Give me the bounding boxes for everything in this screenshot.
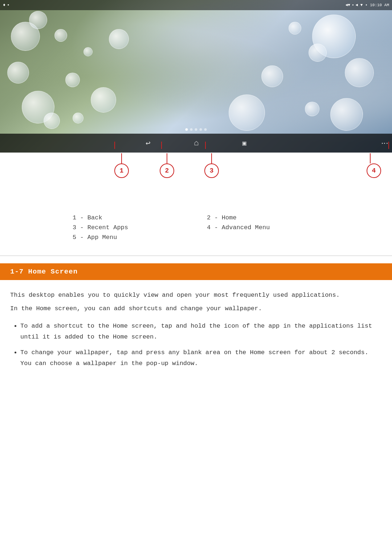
- annotation-menu-line: [388, 142, 389, 149]
- annotation-circle-2: 2: [160, 163, 174, 178]
- back-button[interactable]: ↩: [146, 138, 150, 148]
- time: ◄ ▼ ▪ 10:10 AM: [356, 3, 389, 7]
- dot-3: [195, 128, 197, 131]
- label-recent-apps: 3 - Recent Apps: [73, 224, 185, 231]
- annotation-labels-area: 1 - Back 2 - Home 3 - Recent Apps 4 - Ad…: [0, 211, 392, 248]
- label-back: 1 - Back: [73, 214, 185, 221]
- annotation-label-2: 2: [165, 167, 169, 174]
- annotation-label-1: 1: [120, 167, 124, 174]
- annotation-circle-1: 1: [114, 163, 129, 178]
- section-header-text: 1-7 Home Screen: [10, 268, 78, 276]
- annotation-circle-4: 4: [367, 163, 381, 178]
- wallpaper-area: ♦ ▪ ◄▼ ▪ ◄ ▼ ▪ 10:10 AM ↩ ⌂: [0, 0, 392, 153]
- status-left-icons: ♦ ▪: [3, 3, 9, 8]
- dot-5: [204, 128, 207, 131]
- dot-2: [190, 128, 193, 131]
- paragraph-2: In the Home screen, you can add shortcut…: [10, 304, 382, 314]
- annotation-circle-3: 3: [204, 163, 219, 178]
- annotation-home-line: [161, 142, 162, 149]
- navigation-bar: ↩ ⌂ ▣: [0, 134, 392, 153]
- annotation-lines-svg: [0, 153, 392, 211]
- signal-icon: ◄▼: [346, 3, 350, 7]
- status-bar: ♦ ▪ ◄▼ ▪ ◄ ▼ ▪ 10:10 AM: [0, 0, 392, 10]
- notification-icon: ▪: [7, 3, 9, 8]
- bullet-item-1: To add a shortcut to the Home screen, ta…: [20, 321, 382, 343]
- status-right-icons: ◄▼ ▪ ◄ ▼ ▪ 10:10 AM: [346, 3, 389, 7]
- paragraph-1: This desktop enables you to quickly view…: [10, 290, 382, 301]
- bullet-item-2: To change your wallpaper, tap and press …: [20, 347, 382, 369]
- phone-screenshot: ♦ ▪ ◄▼ ▪ ◄ ▼ ▪ 10:10 AM ↩ ⌂: [0, 0, 392, 211]
- annotation-label-4: 4: [372, 167, 376, 174]
- section-header: 1-7 Home Screen: [0, 263, 392, 280]
- annotation-recents-line: [205, 142, 206, 149]
- content-area: This desktop enables you to quickly view…: [0, 290, 392, 389]
- page-indicators: [185, 128, 207, 131]
- dot-4: [200, 128, 202, 131]
- label-home: 2 - Home: [207, 214, 319, 221]
- section-divider: [0, 255, 392, 256]
- label-advanced-menu: 4 - Advanced Menu: [207, 224, 319, 231]
- recents-button[interactable]: ▣: [242, 139, 246, 147]
- menu-dots[interactable]: ⋮: [381, 140, 388, 147]
- bullet-list: To add a shortcut to the Home screen, ta…: [10, 321, 382, 369]
- annotations-section: 1 2 3 4: [0, 153, 392, 211]
- battery-icon: ▪: [352, 3, 354, 7]
- annotation-back-line: [114, 142, 115, 149]
- wifi-icon: ♦: [3, 3, 5, 8]
- home-button[interactable]: ⌂: [194, 139, 199, 148]
- dot-1: [185, 128, 188, 131]
- label-app-menu: 5 - App Menu: [73, 234, 185, 241]
- annotation-label-3: 3: [210, 167, 214, 174]
